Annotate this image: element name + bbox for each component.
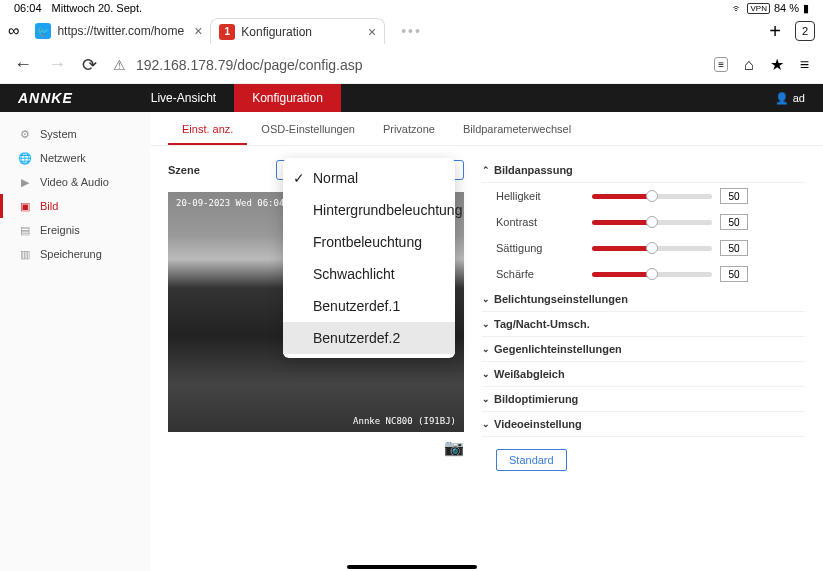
subtab-osd[interactable]: OSD-Einstellungen xyxy=(247,123,369,145)
slider-value-input[interactable] xyxy=(720,188,748,204)
slider-thumb[interactable] xyxy=(646,190,658,202)
url-input[interactable]: ⚠ 192.168.178.79/doc/page/config.asp xyxy=(113,57,698,73)
slider-track[interactable] xyxy=(592,272,712,277)
gear-icon: ⚙ xyxy=(18,127,32,141)
status-bar: 06:04 Mittwoch 20. Sept. ᯤ VPN 84 % ▮ xyxy=(0,0,823,16)
status-time: 06:04 xyxy=(14,2,42,14)
infinity-icon[interactable]: ∞ xyxy=(8,22,19,40)
tab-count[interactable]: 2 xyxy=(795,21,815,41)
content: Einst. anz. OSD-Einstellungen Privatzone… xyxy=(150,112,823,571)
notification-badge: 1 xyxy=(219,24,235,40)
tab-konfiguration[interactable]: 1 Konfiguration × xyxy=(210,18,385,44)
sidebar-item-system[interactable]: ⚙System xyxy=(0,122,150,146)
url-text: 192.168.178.79/doc/page/config.asp xyxy=(136,57,363,73)
slider-label: Helligkeit xyxy=(496,190,584,202)
reader-icon[interactable]: ≡ xyxy=(714,57,728,72)
twitter-icon: 🐦 xyxy=(35,23,51,39)
slider-value-input[interactable] xyxy=(720,214,748,230)
slider-contrast: Kontrast xyxy=(482,209,805,235)
caret-down-icon: ⌄ xyxy=(482,394,490,404)
tabs-overflow-icon[interactable]: ••• xyxy=(401,23,422,39)
section-whitebalance[interactable]: ⌄Weißabgleich xyxy=(482,362,805,387)
slider-saturation: Sättigung xyxy=(482,235,805,261)
nav-configuration[interactable]: Konfiguration xyxy=(234,84,341,112)
user-name: ad xyxy=(793,92,805,104)
slider-thumb[interactable] xyxy=(646,242,658,254)
slider-sharpness: Schärfe xyxy=(482,261,805,287)
dropdown-option-lowlight[interactable]: Schwachlicht xyxy=(283,258,455,290)
tab-label: Konfiguration xyxy=(241,25,312,39)
section-exposure[interactable]: ⌄Belichtungseinstellungen xyxy=(482,287,805,312)
section-backlight[interactable]: ⌄Gegenlichteinstellungen xyxy=(482,337,805,362)
url-bar: ← → ⟳ ⚠ 192.168.178.79/doc/page/config.a… xyxy=(0,46,823,84)
tab-close-icon[interactable]: × xyxy=(368,24,376,40)
battery-pct: 84 % xyxy=(774,2,799,14)
caret-down-icon: ⌄ xyxy=(482,419,490,429)
slider-brightness: Helligkeit xyxy=(482,183,805,209)
image-icon: ▣ xyxy=(18,199,32,213)
storage-icon: ▥ xyxy=(18,247,32,261)
caret-down-icon: ⌄ xyxy=(482,319,490,329)
brand-logo: ANNKE xyxy=(18,90,73,106)
camera-model: Annke NC800 (I91BJ) xyxy=(353,416,456,426)
subtab-privacy[interactable]: Privatzone xyxy=(369,123,449,145)
insecure-icon: ⚠ xyxy=(113,57,126,73)
forward-button[interactable]: → xyxy=(48,54,66,75)
section-daynight[interactable]: ⌄Tag/Nacht-Umsch. xyxy=(482,312,805,337)
slider-label: Schärfe xyxy=(496,268,584,280)
sidebar-item-event[interactable]: ▤Ereignis xyxy=(0,218,150,242)
camera-timestamp: 20-09-2023 Wed 06:04:36 xyxy=(176,198,301,208)
slider-track[interactable] xyxy=(592,220,712,225)
dropdown-option-custom1[interactable]: Benutzerdef.1 xyxy=(283,290,455,322)
sidebar-item-network[interactable]: 🌐Netzwerk xyxy=(0,146,150,170)
slider-track[interactable] xyxy=(592,246,712,251)
sidebar-item-storage[interactable]: ▥Speicherung xyxy=(0,242,150,266)
dropdown-option-normal[interactable]: Normal xyxy=(283,162,455,194)
wifi-icon: ᯤ xyxy=(732,2,743,14)
subtab-display[interactable]: Einst. anz. xyxy=(168,123,247,145)
video-icon: ▶ xyxy=(18,175,32,189)
sub-tabs: Einst. anz. OSD-Einstellungen Privatzone… xyxy=(150,112,823,146)
status-date: Mittwoch 20. Sept. xyxy=(52,2,143,14)
vpn-badge: VPN xyxy=(747,3,769,14)
default-button[interactable]: Standard xyxy=(496,449,567,471)
back-button[interactable]: ← xyxy=(14,54,32,75)
sidebar-item-label: Bild xyxy=(40,200,58,212)
section-enhancement[interactable]: ⌄Bildoptimierung xyxy=(482,387,805,412)
caret-down-icon: ⌄ xyxy=(482,294,490,304)
subtab-imageswitch[interactable]: Bildparameterwechsel xyxy=(449,123,585,145)
slider-thumb[interactable] xyxy=(646,216,658,228)
dropdown-option-frontlight[interactable]: Frontbeleuchtung xyxy=(283,226,455,258)
tab-close-icon[interactable]: × xyxy=(194,23,202,39)
slider-thumb[interactable] xyxy=(646,268,658,280)
slider-value-input[interactable] xyxy=(720,240,748,256)
dropdown-option-custom2[interactable]: Benutzerdef.2 xyxy=(283,322,455,354)
globe-icon: 🌐 xyxy=(18,151,32,165)
scene-dropdown: Normal Hintergrundbeleuchtung Frontbeleu… xyxy=(283,158,455,358)
slider-value-input[interactable] xyxy=(720,266,748,282)
sidebar-item-image[interactable]: ▣Bild xyxy=(0,194,150,218)
bookmark-icon[interactable]: ★ xyxy=(770,55,784,74)
new-tab-button[interactable]: + xyxy=(769,20,781,43)
home-indicator[interactable] xyxy=(347,565,477,569)
reload-button[interactable]: ⟳ xyxy=(82,54,97,76)
user-icon: 👤 xyxy=(775,92,789,105)
dropdown-option-backlight[interactable]: Hintergrundbeleuchtung xyxy=(283,194,455,226)
menu-icon[interactable]: ≡ xyxy=(800,56,809,74)
sidebar-item-video[interactable]: ▶Video & Audio xyxy=(0,170,150,194)
sidebar-item-label: Video & Audio xyxy=(40,176,109,188)
section-image-adjust[interactable]: ⌃Bildanpassung xyxy=(482,158,805,183)
section-videoadjust[interactable]: ⌄Videoeinstellung xyxy=(482,412,805,437)
snapshot-button[interactable]: 📷 xyxy=(168,438,464,457)
caret-down-icon: ⌄ xyxy=(482,369,490,379)
slider-label: Kontrast xyxy=(496,216,584,228)
tab-twitter[interactable]: 🐦 https://twitter.com/home × xyxy=(27,18,210,44)
slider-track[interactable] xyxy=(592,194,712,199)
nav-live-view[interactable]: Live-Ansicht xyxy=(133,84,234,112)
tab-label: https://twitter.com/home xyxy=(57,24,184,38)
user-menu[interactable]: 👤 ad xyxy=(775,92,805,105)
sidebar-item-label: Speicherung xyxy=(40,248,102,260)
home-icon[interactable]: ⌂ xyxy=(744,56,754,74)
caret-up-icon: ⌃ xyxy=(482,165,490,175)
sidebar: ⚙System 🌐Netzwerk ▶Video & Audio ▣Bild ▤… xyxy=(0,112,150,571)
